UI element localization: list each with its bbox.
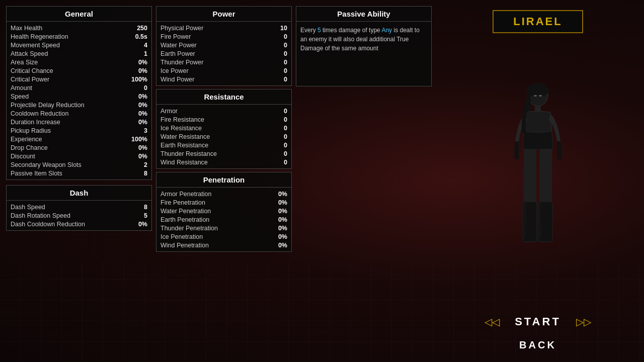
stat-value: 250: [127, 25, 147, 32]
general-body: Max Health250Health Regeneration0.5sMove…: [7, 22, 151, 179]
stat-value: 0%: [127, 67, 147, 74]
stat-name: Duration Increase: [11, 119, 60, 126]
stat-name: Experience: [11, 136, 42, 143]
character-panel: LIRAEL: [438, 6, 638, 356]
table-row: Attack Speed1: [11, 49, 147, 58]
passive-text-before: Every: [300, 27, 317, 34]
mid-column: Power Physical Power10Fire Power0Water P…: [156, 6, 292, 356]
stat-value: 5: [127, 212, 147, 219]
svg-rect-8: [524, 203, 526, 238]
stat-name: Amount: [11, 84, 32, 92]
table-row: Earth Resistance0: [160, 141, 287, 149]
passive-highlight-num: 5: [317, 27, 321, 34]
table-row: Duration Increase0%: [11, 118, 147, 126]
stat-value: 0%: [267, 216, 287, 223]
stat-value: 0: [127, 84, 147, 92]
stat-name: Physical Power: [160, 25, 203, 32]
stat-value: 0%: [127, 93, 147, 100]
stat-name: Ice Power: [160, 67, 189, 74]
passive-header: Passive Ability: [296, 7, 431, 22]
passive-panel: Passive Ability Every 5 times damage of …: [296, 6, 432, 86]
prev-character-button[interactable]: ◁◁: [485, 316, 500, 328]
passive-description: Every 5 times damage of type Any is deal…: [296, 22, 431, 57]
passive-highlight-type: Any: [381, 27, 392, 34]
resistance-panel: Resistance Armor0Fire Resistance0Ice Res…: [156, 89, 292, 169]
stat-value: 0.5s: [127, 33, 147, 40]
stat-name: Armor Penetration: [160, 191, 211, 198]
table-row: Fire Penetration0%: [160, 198, 287, 207]
next-character-button[interactable]: ▷▷: [576, 316, 591, 328]
table-row: Fire Power0: [160, 32, 287, 41]
table-row: Discount0%: [11, 152, 147, 160]
table-row: Dash Cooldown Reduction0%: [11, 220, 147, 228]
table-row: Thunder Penetration0%: [160, 224, 287, 232]
stat-name: Wind Resistance: [160, 159, 208, 166]
penetration-body: Armor Penetration0%Fire Penetration0%Wat…: [156, 188, 291, 251]
stat-name: Water Power: [160, 42, 197, 49]
table-row: Ice Power0: [160, 66, 287, 75]
stat-name: Discount: [11, 153, 35, 160]
penetration-panel: Penetration Armor Penetration0%Fire Pene…: [156, 172, 292, 252]
stat-value: 0%: [127, 119, 147, 126]
stat-value: 0%: [267, 191, 287, 198]
table-row: Ice Resistance0: [160, 124, 287, 132]
stat-name: Fire Power: [160, 33, 191, 40]
stat-value: 0: [267, 133, 287, 140]
stat-name: Cooldown Reduction: [11, 110, 68, 117]
table-row: Thunder Power0: [160, 58, 287, 66]
table-row: Fire Resistance0: [160, 115, 287, 124]
table-row: Armor0: [160, 107, 287, 115]
table-row: Water Penetration0%: [160, 207, 287, 215]
stat-value: 0%: [267, 233, 287, 240]
table-row: Dash Speed8: [11, 203, 147, 211]
table-row: Health Regeneration0.5s: [11, 32, 147, 41]
character-name-banner: LIRAEL: [493, 10, 583, 33]
stat-name: Armor: [160, 108, 178, 115]
stat-name: Movement Speed: [11, 42, 60, 49]
start-button[interactable]: START: [515, 315, 561, 328]
stat-name: Health Regeneration: [11, 33, 68, 40]
svg-rect-5: [539, 149, 552, 204]
stat-value: 0: [267, 142, 287, 149]
stat-name: Fire Resistance: [160, 116, 204, 123]
stat-name: Water Resistance: [160, 133, 210, 140]
stat-value: 0%: [127, 153, 147, 160]
stat-name: Secondary Weapon Slots: [11, 161, 82, 168]
svg-rect-9: [539, 203, 541, 238]
stat-name: Thunder Resistance: [160, 150, 217, 157]
stat-name: Earth Resistance: [160, 142, 208, 149]
table-row: Secondary Weapon Slots2: [11, 160, 147, 169]
table-row: Armor Penetration0%: [160, 190, 287, 198]
stat-name: Area Size: [11, 59, 38, 66]
table-row: Water Resistance0: [160, 132, 287, 141]
stat-name: Ice Resistance: [160, 125, 202, 132]
stat-value: 0: [267, 59, 287, 66]
stat-value: 0: [267, 76, 287, 83]
table-row: Wind Power0: [160, 75, 287, 83]
stat-value: 100%: [127, 136, 147, 143]
power-panel: Power Physical Power10Fire Power0Water P…: [156, 6, 292, 86]
stat-name: Pickup Radius: [11, 127, 51, 134]
table-row: Physical Power10: [160, 24, 287, 32]
character-image-area: [493, 33, 583, 309]
start-area: ◁◁ START ▷▷: [438, 309, 638, 334]
stat-value: 10: [267, 25, 287, 32]
stat-name: Wind Power: [160, 76, 194, 83]
stat-value: 0: [267, 125, 287, 132]
table-row: Wind Resistance0: [160, 158, 287, 166]
stat-name: Dash Rotation Speed: [11, 212, 70, 219]
table-row: Passive Item Slots8: [11, 169, 147, 177]
general-header: General: [7, 7, 151, 22]
stat-name: Projectile Delay Reduction: [11, 102, 85, 109]
stat-value: 8: [127, 204, 147, 211]
back-button[interactable]: BACK: [519, 334, 556, 356]
svg-rect-10: [534, 95, 537, 97]
table-row: Cooldown Reduction0%: [11, 109, 147, 118]
table-row: Speed0%: [11, 92, 147, 101]
dash-body: Dash Speed8Dash Rotation Speed5Dash Cool…: [7, 201, 151, 230]
table-row: Experience100%: [11, 135, 147, 143]
table-row: Movement Speed4: [11, 41, 147, 49]
stat-value: 2: [127, 161, 147, 168]
stat-value: 4: [127, 42, 147, 49]
stat-name: Passive Item Slots: [11, 170, 62, 177]
